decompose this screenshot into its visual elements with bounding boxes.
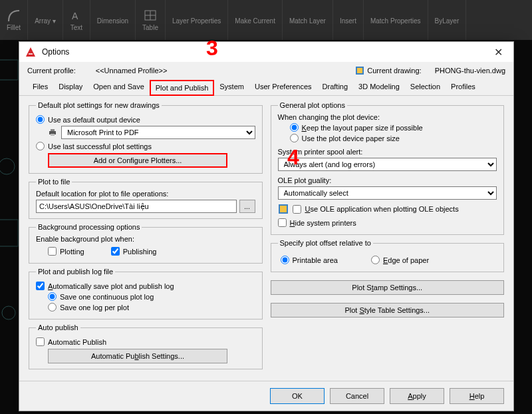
add-configure-plotters-button[interactable]: Add or Configure Plotters... <box>48 153 227 168</box>
plotting-checkbox[interactable] <box>48 247 57 256</box>
default-location-input[interactable] <box>36 200 237 213</box>
close-button[interactable]: ✕ <box>489 45 508 60</box>
ole-icon <box>278 204 289 214</box>
tab-3d-modeling[interactable]: 3D Modeling <box>353 79 405 95</box>
ribbon-layer-props[interactable]: Layer Properties <box>166 0 228 40</box>
ok-button[interactable]: OK <box>270 388 325 404</box>
keep-layout-radio[interactable] <box>290 123 299 132</box>
svg-rect-9 <box>357 68 362 73</box>
tab-drafting[interactable]: Drafting <box>317 79 354 95</box>
tab-display[interactable]: Display <box>53 79 88 95</box>
options-dialog: Options ✕ Current profile: <<Unnamed Pro… <box>19 41 514 411</box>
one-continuous-radio[interactable] <box>48 292 57 301</box>
tab-system[interactable]: System <box>214 79 249 95</box>
output-device-select[interactable]: Microsoft Print to PDF <box>61 126 255 139</box>
edge-of-paper-radio[interactable] <box>371 256 380 264</box>
drawing-icon <box>355 66 364 75</box>
titlebar: Options ✕ <box>19 42 513 62</box>
ole-quality-label: OLE plot quality: <box>278 176 497 184</box>
plot-to-file-group: Plot to file Default location for plot t… <box>29 178 263 219</box>
default-plot-settings-legend: Default plot settings for new drawings <box>36 101 162 109</box>
publishing-label: Publishing <box>123 248 157 256</box>
current-drawing-label: Current drawing: <box>367 67 421 75</box>
ole-quality-select[interactable]: Automatically select <box>278 186 497 200</box>
plot-offset-legend: Specify plot offset relative to <box>278 239 373 247</box>
auto-publish-legend: Auto publish <box>36 323 80 331</box>
app-ribbon: Fillet Array ▾ AText Dimension Table Lay… <box>0 0 532 40</box>
cancel-button[interactable]: Cancel <box>330 388 384 404</box>
one-continuous-label: Save one continuous plot log <box>60 293 154 301</box>
help-button[interactable]: Help <box>450 388 504 404</box>
ribbon-match-props[interactable]: Match Properties <box>364 0 428 40</box>
tab-plot-and-publish[interactable]: Plot and Publish <box>150 80 215 96</box>
general-plot-options-group: General plot options When changing the p… <box>271 101 505 235</box>
tab-profiles[interactable]: Profiles <box>446 79 481 95</box>
ribbon-array[interactable]: Array ▾ <box>28 0 63 40</box>
plot-to-file-legend: Plot to file <box>36 178 72 186</box>
button-bar: OK Cancel Apply Help <box>19 381 513 411</box>
svg-rect-11 <box>51 129 55 131</box>
tab-selection[interactable]: Selection <box>405 79 446 95</box>
bg-enable-label: Enable background plot when: <box>36 235 255 243</box>
use-last-settings-label: Use last successful plot settings <box>48 142 152 150</box>
use-last-settings-radio[interactable] <box>36 142 45 150</box>
one-per-plot-radio[interactable] <box>48 303 57 311</box>
svg-rect-6 <box>0 220 18 246</box>
general-plot-options-legend: General plot options <box>278 101 347 109</box>
svg-point-7 <box>2 306 15 319</box>
use-device-size-radio[interactable] <box>290 134 299 142</box>
current-drawing-name: PHONG-thu-vien.dwg <box>435 67 505 75</box>
when-changing-label: When changing the plot device: <box>278 113 497 121</box>
publishing-checkbox[interactable] <box>111 247 120 256</box>
dialog-title: Options <box>42 47 489 57</box>
ribbon-match-layer[interactable]: Match Layer <box>283 0 333 40</box>
ribbon-table[interactable]: Table <box>136 0 166 40</box>
auto-save-log-checkbox[interactable] <box>36 282 45 290</box>
text-icon: A <box>70 9 83 23</box>
auto-publish-settings-button[interactable]: Automatic Publish Settings... <box>48 349 227 363</box>
log-file-legend: Plot and publish log file <box>36 268 115 276</box>
automatic-publish-label: Automatic Publish <box>48 338 106 346</box>
log-file-group: Plot and publish log file Automatically … <box>29 268 263 319</box>
plot-stamp-settings-button[interactable]: Plot Stamp Settings... <box>271 280 505 295</box>
tab-user-preferences[interactable]: User Preferences <box>249 79 317 95</box>
ribbon-make-current[interactable]: Make Current <box>228 0 283 40</box>
printable-area-radio[interactable] <box>281 256 289 264</box>
current-profile-label: Current profile: <box>27 67 76 75</box>
automatic-publish-checkbox[interactable] <box>36 337 45 346</box>
one-per-plot-label: Save one log per plot <box>60 304 129 311</box>
tabs: Files Display Open and Save Plot and Pub… <box>19 79 513 96</box>
svg-point-5 <box>0 158 15 174</box>
browse-button[interactable]: ... <box>239 200 255 213</box>
apply-button[interactable]: Apply <box>390 388 444 404</box>
tab-open-and-save[interactable]: Open and Save <box>88 79 149 95</box>
plot-style-table-settings-button[interactable]: Plot Style Table Settings... <box>271 303 505 317</box>
use-default-device-radio[interactable] <box>36 115 45 124</box>
ribbon-text[interactable]: AText <box>63 0 90 40</box>
hide-printers-label: Hide system printers <box>290 219 356 227</box>
ribbon-bylayer[interactable]: ByLayer <box>428 0 467 40</box>
fillet-icon <box>7 9 21 23</box>
bg-processing-legend: Background processing options <box>36 223 142 231</box>
use-ole-app-checkbox[interactable] <box>293 205 301 214</box>
spool-alert-select[interactable]: Always alert (and log errors) <box>278 158 497 171</box>
printer-icon <box>48 128 57 137</box>
use-device-size-label: Use the plot device paper size <box>302 134 400 142</box>
app-icon <box>25 46 37 58</box>
current-profile-name: <<Unnamed Profile>> <box>96 67 168 75</box>
use-ole-app-label: Use OLE application when plotting OLE ob… <box>305 205 459 213</box>
svg-text:A: A <box>72 11 78 21</box>
plotting-label: Plotting <box>60 248 84 256</box>
ribbon-insert[interactable]: Insert <box>333 0 364 40</box>
tab-files[interactable]: Files <box>27 79 53 95</box>
table-icon <box>144 9 157 23</box>
hide-printers-checkbox[interactable] <box>278 218 287 227</box>
edge-of-paper-label: Edge of paper <box>383 256 429 264</box>
svg-rect-14 <box>280 206 287 212</box>
default-location-label: Default location for plot to file operat… <box>36 190 255 198</box>
use-default-device-label: Use as default output device <box>48 116 140 124</box>
svg-rect-4 <box>0 60 18 80</box>
left-column: Default plot settings for new drawings U… <box>29 101 263 378</box>
ribbon-dimension[interactable]: Dimension <box>90 0 136 40</box>
ribbon-fillet[interactable]: Fillet <box>0 0 28 40</box>
